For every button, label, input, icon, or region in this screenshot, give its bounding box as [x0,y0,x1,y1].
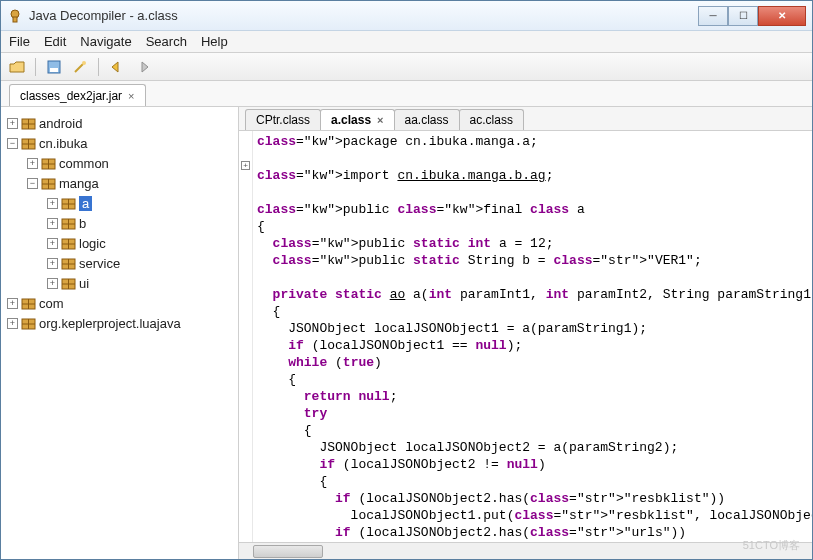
tree-node-manga[interactable]: −manga [5,173,234,193]
maximize-button[interactable]: ☐ [728,6,758,26]
tab-aa[interactable]: aa.class [394,109,460,130]
class-tab-bar: CPtr.class a.class× aa.class ac.class [239,107,812,131]
menu-edit[interactable]: Edit [44,34,66,49]
expand-icon[interactable]: + [47,198,58,209]
minimize-button[interactable]: ─ [698,6,728,26]
tree-node-common[interactable]: +common [5,153,234,173]
tree-node-logic[interactable]: +logic [5,233,234,253]
tree-node-ui[interactable]: +ui [5,273,234,293]
file-tab[interactable]: classes_dex2jar.jar × [9,84,146,106]
close-button[interactable]: ✕ [758,6,806,26]
collapse-icon[interactable]: − [7,138,18,149]
tab-a[interactable]: a.class× [320,109,394,130]
file-tab-label: classes_dex2jar.jar [20,89,122,103]
toolbar-separator [98,58,99,76]
wand-icon[interactable] [70,57,90,77]
app-window: Java Decompiler - a.class ─ ☐ ✕ File Edi… [0,0,813,560]
expand-icon[interactable]: + [47,218,58,229]
source-code[interactable]: class="kw">package cn.ibuka.manga.a; cla… [253,131,812,542]
window-controls: ─ ☐ ✕ [698,6,806,26]
fold-gutter: + [239,131,253,542]
open-file-icon[interactable] [7,57,27,77]
svg-point-4 [82,61,86,65]
menu-file[interactable]: File [9,34,30,49]
window-title: Java Decompiler - a.class [29,8,698,23]
expand-icon[interactable]: + [7,298,18,309]
file-tab-bar: classes_dex2jar.jar × [1,81,812,107]
expand-icon[interactable]: + [27,158,38,169]
svg-rect-1 [13,17,17,22]
tree-node-a[interactable]: +a [5,193,234,213]
package-icon [41,176,56,191]
package-icon [41,156,56,171]
package-icon [21,136,36,151]
tree-node-kepler[interactable]: +org.keplerproject.luajava [5,313,234,333]
tree-node-com[interactable]: +com [5,293,234,313]
close-icon[interactable]: × [128,90,134,102]
expand-icon[interactable]: + [7,118,18,129]
fold-icon[interactable]: + [241,161,250,170]
nav-back-icon[interactable] [107,57,127,77]
expand-icon[interactable]: + [7,318,18,329]
app-icon [7,8,23,24]
expand-icon[interactable]: + [47,278,58,289]
toolbar [1,53,812,81]
package-icon [61,256,76,271]
tree-node-android[interactable]: +android [5,113,234,133]
scrollbar-thumb[interactable] [253,545,323,558]
package-tree[interactable]: +android −cn.ibuka +common −manga +a +b … [1,107,239,559]
tab-cptr[interactable]: CPtr.class [245,109,321,130]
horizontal-scrollbar[interactable] [239,542,812,559]
toolbar-separator [35,58,36,76]
svg-rect-3 [50,68,58,72]
save-icon[interactable] [44,57,64,77]
close-icon[interactable]: × [377,114,383,126]
package-icon [61,196,76,211]
menu-bar: File Edit Navigate Search Help [1,31,812,53]
expand-icon[interactable]: + [47,258,58,269]
menu-search[interactable]: Search [146,34,187,49]
menu-navigate[interactable]: Navigate [80,34,131,49]
tree-node-b[interactable]: +b [5,213,234,233]
tree-node-cn-ibuka[interactable]: −cn.ibuka [5,133,234,153]
nav-forward-icon[interactable] [133,57,153,77]
editor-panel: CPtr.class a.class× aa.class ac.class + … [239,107,812,559]
expand-icon[interactable]: + [47,238,58,249]
package-icon [61,236,76,251]
watermark: 51CTO博客 [743,538,800,553]
tree-node-service[interactable]: +service [5,253,234,273]
package-icon [61,216,76,231]
titlebar: Java Decompiler - a.class ─ ☐ ✕ [1,1,812,31]
collapse-icon[interactable]: − [27,178,38,189]
package-icon [21,316,36,331]
package-icon [21,296,36,311]
body-area: +android −cn.ibuka +common −manga +a +b … [1,107,812,559]
tab-ac[interactable]: ac.class [459,109,524,130]
code-area: + class="kw">package cn.ibuka.manga.a; c… [239,131,812,542]
package-icon [61,276,76,291]
package-icon [21,116,36,131]
menu-help[interactable]: Help [201,34,228,49]
